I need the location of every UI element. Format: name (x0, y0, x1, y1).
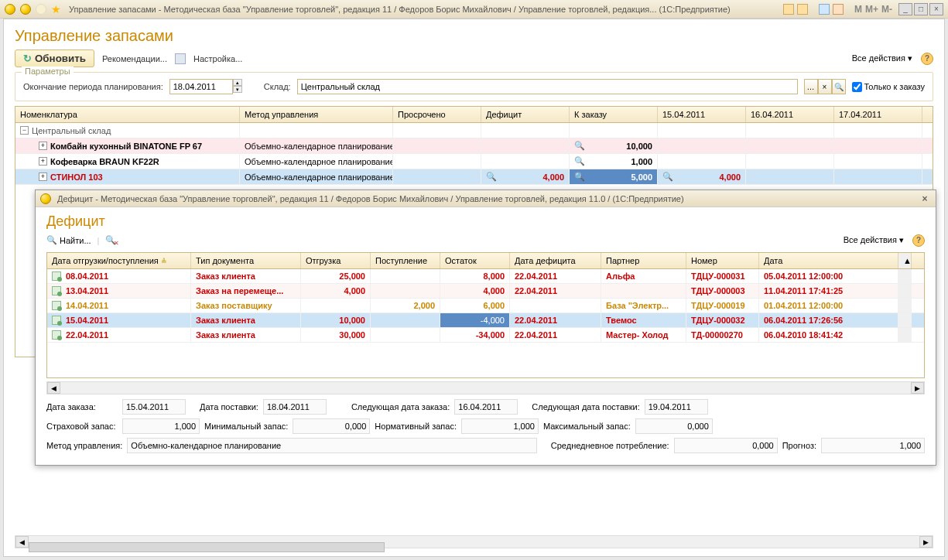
clear-button[interactable]: × (818, 79, 832, 94)
col-balance[interactable]: Остаток (440, 253, 510, 268)
col-date-1[interactable]: 15.04.2011 (658, 107, 746, 122)
mem-mplus[interactable]: M+ (865, 4, 878, 15)
collapse-icon[interactable]: − (20, 126, 29, 135)
document-icon (52, 286, 61, 295)
next-order-field[interactable] (454, 399, 518, 415)
only-to-order-checkbox[interactable]: Только к заказу (852, 82, 926, 92)
col-receipt[interactable]: Поступление (371, 253, 440, 268)
col-deficit-date[interactable]: Дата дефицита (510, 253, 601, 268)
tool-icon-2[interactable] (797, 4, 808, 15)
avg-label: Среднедневное потребление: (551, 441, 669, 450)
col-overdue[interactable]: Просрочено (393, 107, 481, 122)
col-method[interactable]: Метод управления (240, 107, 393, 122)
group-row[interactable]: −Центральный склад (15, 123, 933, 138)
child-titlebar[interactable]: Дефицит - Методическая база "Управление … (36, 190, 936, 207)
col-date-3[interactable]: 17.04.2011 (834, 107, 922, 122)
mem-m[interactable]: M (854, 4, 862, 15)
col-doc-type[interactable]: Тип документа (191, 253, 301, 268)
child-window: Дефицит - Методическая база "Управление … (35, 190, 936, 466)
norm-field[interactable] (461, 418, 539, 434)
col-scrollbar-header: ▲ (898, 253, 912, 268)
avg-field[interactable] (674, 438, 778, 453)
document-icon (52, 301, 61, 310)
scroll-right-arrow[interactable]: ▶ (919, 536, 933, 548)
minimize-button[interactable]: _ (898, 3, 912, 15)
order-date-field[interactable] (122, 399, 186, 415)
table-row[interactable]: +Комбайн кухонный BINATONE FP 67 Объемно… (15, 138, 933, 154)
col-to-order[interactable]: К заказу (570, 107, 658, 122)
next-deliv-field[interactable] (645, 399, 708, 415)
nav-forward-icon[interactable] (36, 4, 46, 15)
child-help-icon[interactable]: ? (912, 234, 925, 247)
main-horizontal-scrollbar[interactable]: ◀ ▶ (15, 535, 933, 548)
method-label: Метод управления: (46, 441, 122, 450)
child-horizontal-scrollbar[interactable]: ◀ ▶ (46, 381, 925, 394)
magnifier-icon[interactable]: 🔍 (486, 172, 497, 182)
expand-icon[interactable]: + (39, 142, 47, 150)
child-all-actions-dropdown[interactable]: Все действия ▾ (840, 233, 908, 248)
forecast-field[interactable] (821, 438, 925, 453)
close-button[interactable]: × (929, 3, 943, 15)
expand-icon[interactable]: + (39, 157, 47, 166)
magnifier-icon[interactable]: 🔍 (574, 156, 585, 166)
recommendations-link[interactable]: Рекомендации... (99, 52, 170, 66)
maximize-button[interactable]: □ (914, 3, 928, 15)
child-grid[interactable]: Дата отгрузки/поступления ≜ Тип документ… (46, 252, 925, 378)
settings-link[interactable]: Настройка... (190, 52, 245, 66)
favorites-icon[interactable]: ★ (51, 3, 61, 15)
expand-icon[interactable]: + (39, 172, 47, 181)
min-field[interactable] (293, 418, 370, 434)
deliv-date-field[interactable] (263, 399, 327, 415)
child-row[interactable]: 14.04.2011Заказ поставщику2,0006,000База… (47, 299, 924, 313)
date-stepper[interactable]: ▴▾ (233, 79, 242, 94)
only-to-order-input[interactable] (852, 82, 862, 92)
plan-end-input[interactable] (169, 79, 233, 94)
col-deficit[interactable]: Дефицит (481, 107, 570, 122)
col-nomenclature[interactable]: Номенклатура (15, 107, 240, 122)
next-deliv-label: Следующая дата поставки: (532, 402, 639, 411)
col-shipment[interactable]: Отгрузка (301, 253, 371, 268)
all-actions-dropdown[interactable]: Все действия ▾ (848, 51, 916, 66)
col-number[interactable]: Номер (686, 253, 759, 268)
calendar-icon[interactable] (833, 4, 844, 15)
magnifier-icon[interactable]: 🔍 (574, 172, 585, 182)
warehouse-input[interactable] (297, 79, 798, 94)
child-row-selected[interactable]: 15.04.2011Заказ клиента10,000-4,00022.04… (47, 313, 924, 328)
max-label: Максимальный запас: (543, 422, 631, 431)
nav-back-icon[interactable] (20, 4, 31, 15)
child-row[interactable]: 08.04.2011Заказ клиента25,0008,00022.04.… (47, 269, 924, 284)
child-close-button[interactable]: × (919, 193, 931, 205)
lookup-button[interactable]: 🔍 (832, 79, 846, 94)
tool-icon-1[interactable] (783, 4, 794, 15)
child-row[interactable]: 22.04.2011Заказ клиента30,000-34,00022.0… (47, 328, 924, 343)
scroll-left-arrow[interactable]: ◀ (47, 382, 60, 394)
table-row-selected[interactable]: +СТИНОЛ 103 Объемно-календарное планиров… (15, 169, 933, 185)
settings-icon (175, 53, 186, 64)
scroll-thumb[interactable] (29, 542, 385, 552)
method-field[interactable] (127, 438, 537, 453)
col-ship-date[interactable]: Дата отгрузки/поступления ≜ (47, 253, 191, 268)
find-link[interactable]: 🔍Найти... (46, 235, 91, 245)
sort-asc-icon: ≜ (161, 258, 167, 265)
safety-field[interactable] (122, 418, 200, 434)
calc-icon[interactable] (819, 4, 830, 15)
scroll-right-arrow[interactable]: ▶ (911, 382, 924, 394)
magnifier-icon[interactable]: 🔍 (662, 172, 673, 182)
child-row[interactable]: 13.04.2011Заказ на перемеще...4,0004,000… (47, 284, 924, 299)
col-partner[interactable]: Партнер (601, 253, 686, 268)
ellipsis-button[interactable]: … (804, 79, 818, 94)
document-icon (52, 271, 61, 281)
plan-end-label: Окончание периода планирования: (23, 82, 163, 91)
max-field[interactable] (635, 418, 713, 434)
refresh-button[interactable]: Обновить (15, 50, 94, 67)
mem-mminus[interactable]: M- (881, 4, 892, 15)
magnifier-icon[interactable]: 🔍 (574, 141, 585, 151)
help-icon[interactable]: ? (921, 53, 933, 65)
col-date[interactable]: Дата (759, 253, 898, 268)
params-legend: Параметры (22, 67, 74, 76)
find-clear-icon[interactable]: 🔍✕ (105, 235, 116, 245)
col-date-2[interactable]: 16.04.2011 (746, 107, 834, 122)
table-row[interactable]: +Кофеварка BRAUN KF22R Объемно-календарн… (15, 154, 933, 169)
child-toolbar: 🔍Найти... | 🔍✕ Все действия ▾ ? (36, 233, 936, 252)
scroll-left-arrow[interactable]: ◀ (15, 536, 29, 548)
